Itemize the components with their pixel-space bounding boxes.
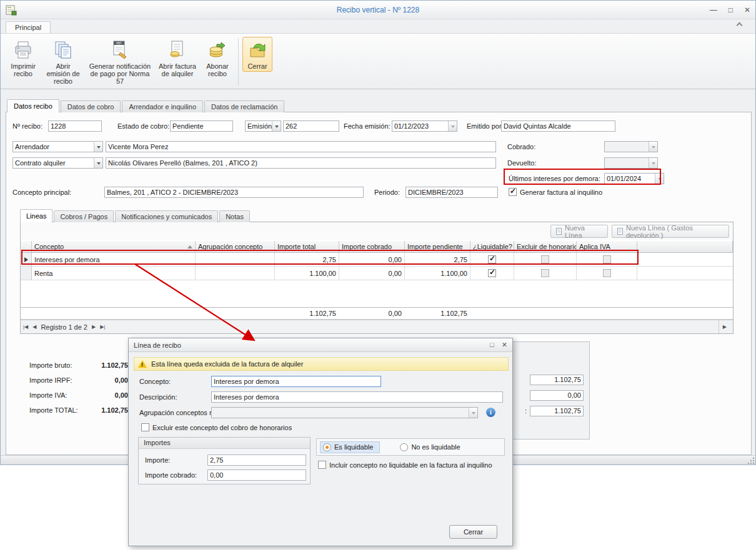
generar-factura-checkbox[interactable] (509, 188, 517, 196)
row2-importe-cobrado-cell[interactable]: 0,00 (339, 267, 405, 280)
first-record-button[interactable]: |◀ (23, 324, 28, 330)
dialog-restore-button[interactable]: □ (490, 341, 494, 349)
dlg-importe-field[interactable]: 2,75 (207, 454, 306, 466)
row1-concepto-cell[interactable]: Intereses por demora (32, 253, 196, 267)
cerrar-dialog-button[interactable]: Cerrar (449, 525, 497, 539)
devuelto-field[interactable] (604, 157, 658, 169)
tab-datos-reclamacion[interactable]: Datos de reclamación (204, 101, 284, 112)
close-button[interactable]: ✕ (744, 6, 750, 14)
radio-es-liquidable-control[interactable] (323, 443, 331, 451)
norma57-button[interactable]: N57 Generar notificación de pago por Nor… (86, 37, 154, 87)
abrir-factura-button[interactable]: Abrir factura de alquiler (154, 37, 201, 79)
dlg-agrupacion-combo[interactable] (211, 407, 478, 418)
row2-importe-pendiente-cell[interactable]: 1.100,00 (405, 267, 470, 280)
last-record-button[interactable]: ▶| (100, 324, 105, 330)
header-concepto[interactable]: Concepto (32, 241, 196, 253)
estado-cobro-field[interactable]: Pendiente (170, 120, 233, 132)
prev-record-button[interactable]: ◀ (32, 324, 36, 330)
header-agrupacion[interactable]: Agrupación concepto (196, 241, 275, 253)
radio-no-es-liquidable-control[interactable] (400, 443, 408, 451)
dlg-importe-cobrado-field[interactable]: 0,00 (207, 469, 306, 481)
restore-button[interactable]: □ (729, 6, 733, 14)
grid-row-renta[interactable]: Renta 1.100,00 0,00 1.100,00 (21, 267, 733, 280)
row2-aplica-iva-cell[interactable] (577, 267, 637, 280)
concepto-principal-field[interactable]: Balmes, 201 , ATICO 2 - DICIEMBRE/2023 (104, 187, 364, 198)
header-importe-total[interactable]: Importe total (275, 241, 339, 253)
dlg-excluir-checkbox[interactable] (141, 423, 149, 431)
abonar-recibo-button[interactable]: Abonar recibo (201, 37, 234, 79)
row1-aplica-iva-cell[interactable] (577, 253, 637, 267)
row1-aplica-iva-checkbox[interactable] (603, 255, 611, 263)
nueva-linea-gastos-button[interactable]: Nueva Línea ( Gastos devolución ) (612, 225, 729, 238)
subtab-notificaciones[interactable]: Notificaciones y comunicados (115, 210, 218, 222)
contrato-field[interactable]: Nicolás Olivares Perelló (Balmes, 201 , … (106, 157, 496, 169)
fecha-emision-field[interactable]: 01/12/2023 (392, 120, 457, 132)
dlg-incluir-checkbox[interactable] (318, 461, 326, 469)
radio-es-liquidable[interactable]: Es liquidable (320, 441, 380, 453)
imprimir-recibo-button[interactable]: Imprimir recibo (6, 37, 41, 79)
dlg-concepto-field[interactable]: Intereses por demora (211, 376, 381, 387)
next-record-button[interactable]: ▶ (92, 324, 96, 330)
row1-excluir-checkbox[interactable] (541, 255, 549, 263)
header-liquidable[interactable]: ¿Liquidable? (470, 241, 514, 253)
tab-datos-cobro[interactable]: Datos de cobro (61, 101, 121, 112)
row2-importe-total-cell[interactable]: 1.100,00 (275, 267, 339, 280)
row2-aplica-iva-checkbox[interactable] (603, 269, 611, 277)
dlg-incluir-checkbox-row[interactable]: Incluir concepto no liquidable en la fac… (318, 461, 492, 469)
row2-excluir-cell[interactable] (514, 267, 577, 280)
row1-importe-total-cell[interactable]: 2,75 (275, 253, 339, 267)
minimize-button[interactable]: — (710, 6, 717, 14)
contrato-dropdown-arrow-icon[interactable] (94, 158, 102, 168)
emitido-por-field[interactable]: David Quintas Alcalde (501, 120, 615, 132)
tab-arrendador-inquilino[interactable]: Arrendador e inquilino (122, 101, 203, 112)
ribbon-collapse-chevron-icon[interactable] (737, 22, 743, 29)
generar-factura-checkbox-row[interactable]: Generar factura al inquilino (509, 188, 602, 196)
row1-excluir-cell[interactable] (514, 253, 577, 267)
scroll-right-button[interactable]: ▶ (719, 320, 730, 333)
ultimos-intereses-field[interactable]: 01/01/2024 (604, 173, 664, 184)
row1-importe-pendiente-cell[interactable]: 2,75 (405, 253, 470, 267)
emision-combo[interactable]: Emisión (245, 120, 281, 132)
devuelto-dropdown-arrow-icon[interactable] (649, 158, 657, 168)
nueva-linea-button[interactable]: Nueva Línea (550, 225, 608, 238)
dialog-close-button[interactable]: ✕ (502, 341, 507, 349)
resize-grip[interactable] (750, 460, 752, 461)
row1-liquidable-cell[interactable] (470, 253, 514, 267)
radio-no-es-liquidable[interactable]: No es liquidable (397, 442, 466, 453)
fecha-emision-dropdown-arrow-icon[interactable] (448, 121, 457, 131)
cerrar-button[interactable]: Cerrar (242, 37, 272, 72)
row2-liquidable-cell[interactable] (470, 267, 514, 280)
ultimos-intereses-dropdown-arrow-icon[interactable] (655, 174, 664, 184)
row2-liquidable-checkbox[interactable] (488, 269, 496, 277)
abrir-emision-button[interactable]: Abrir emisión de recibo (41, 37, 86, 87)
header-aplica-iva[interactable]: Aplica IVA (577, 241, 637, 253)
cobrado-dropdown-arrow-icon[interactable] (649, 142, 657, 152)
subtab-cobros-pagos[interactable]: Cobros / Pagos (54, 210, 114, 222)
contrato-combo[interactable]: Contrato alquiler (12, 157, 103, 169)
emision-num-field[interactable]: 262 (283, 120, 339, 132)
info-icon[interactable] (486, 408, 495, 417)
row1-liquidable-checkbox[interactable] (488, 255, 496, 263)
header-importe-pendiente[interactable]: Importe pendiente (405, 241, 470, 253)
emision-dropdown-arrow-icon[interactable] (272, 121, 281, 131)
arrendador-field[interactable]: Vicente Mora Perez (106, 141, 496, 152)
row1-importe-cobrado-cell[interactable]: 0,00 (339, 253, 405, 267)
row2-concepto-cell[interactable]: Renta (32, 267, 196, 280)
row2-agrupacion-cell[interactable] (196, 267, 275, 280)
dlg-agrupacion-dropdown-arrow-icon[interactable] (469, 408, 477, 418)
arrendador-dropdown-arrow-icon[interactable] (94, 142, 102, 152)
num-recibo-field[interactable]: 1228 (48, 120, 102, 132)
arrendador-combo[interactable]: Arrendador (12, 141, 103, 152)
header-excluir-honorarios[interactable]: Excluir de honorarios (514, 241, 577, 253)
periodo-field[interactable]: DICIEMBRE/2023 (405, 187, 498, 198)
tab-datos-recibo[interactable]: Datos recibo (7, 99, 59, 112)
grid-row-intereses[interactable]: Intereses por demora 2,75 0,00 2,75 (21, 253, 733, 267)
subtab-notas[interactable]: Notas (219, 210, 250, 222)
dlg-excluir-checkbox-row[interactable]: Excluir este concepto del cobro de honor… (141, 423, 292, 431)
dlg-descripcion-field[interactable]: Intereses por demora (211, 391, 503, 403)
ribbon-tab-principal[interactable]: Principal (6, 21, 51, 33)
cobrado-field[interactable] (604, 141, 658, 152)
header-importe-cobrado[interactable]: Importe cobrado (339, 241, 405, 253)
subtab-lineas[interactable]: Lineas (20, 209, 52, 222)
row2-excluir-checkbox[interactable] (541, 269, 549, 277)
